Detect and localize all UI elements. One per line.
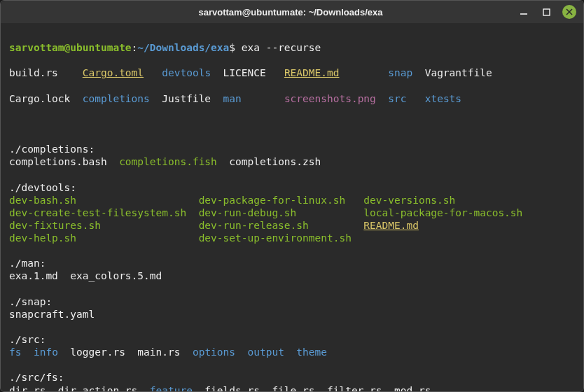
- file-entry: src: [388, 93, 406, 104]
- file-entry: theme: [296, 346, 327, 358]
- file-entry: man: [223, 93, 242, 104]
- file-entry: devtools: [162, 67, 211, 78]
- file-entry: feature: [150, 385, 193, 392]
- file-entry: dev-create-test-filesystem.sh: [9, 207, 199, 218]
- section-header: ./devtools:: [9, 181, 575, 194]
- blank-line: [9, 118, 575, 130]
- listing-row: dir.rs dir_action.rs feature fields.rs f…: [9, 384, 575, 392]
- file-entry: [21, 346, 33, 358]
- section-header: ./snap:: [9, 295, 575, 308]
- section-header: ./man:: [9, 257, 575, 270]
- file-entry: screenshots.png: [284, 93, 376, 104]
- file-entry: completions.zsh: [217, 156, 321, 167]
- file-entry: fields.rs file.rs filter.rs mod.rs: [193, 385, 431, 392]
- prompt-line: sarvottam@ubuntumate:~/Downloads/exa$ ex…: [9, 41, 575, 54]
- file-entry: [376, 93, 388, 104]
- section-header: ./src:: [9, 333, 575, 346]
- file-entry: Justfile: [150, 93, 223, 104]
- file-entry: completions.bash: [9, 156, 119, 167]
- listing-row: Cargo.lock completions Justfile man scre…: [9, 92, 575, 105]
- file-entry: dev-run-debug.sh: [199, 207, 364, 218]
- file-entry: local-package-for-macos.sh: [363, 207, 522, 218]
- file-entry: dev-set-up-environment.sh: [199, 232, 352, 244]
- file-entry: dev-help.sh: [9, 232, 199, 244]
- file-entry: completions: [83, 93, 150, 104]
- prompt-user-host: sarvottam@ubuntumate: [9, 42, 132, 53]
- file-entry: Cargo.toml: [83, 67, 144, 78]
- terminal-body[interactable]: sarvottam@ubuntumate:~/Downloads/exa$ ex…: [1, 23, 583, 391]
- file-entry: dev-fixtures.sh: [9, 220, 199, 231]
- minimize-button[interactable]: [517, 6, 530, 18]
- blank-line: [9, 321, 575, 333]
- file-entry: dev-versions.sh: [363, 195, 455, 206]
- svg-rect-1: [543, 9, 550, 15]
- file-entry: Vagrantfile: [412, 67, 492, 78]
- file-entry: [284, 346, 296, 358]
- file-entry: [407, 93, 425, 104]
- blank-line: [9, 283, 575, 295]
- titlebar: sarvottam@ubuntumate: ~/Downloads/exa: [1, 1, 583, 23]
- file-entry: output: [248, 346, 284, 358]
- listing-row: dev-fixtures.sh dev-run-release.sh READM…: [9, 219, 575, 232]
- file-entry: completions.fish: [119, 156, 217, 167]
- file-entry: info: [34, 346, 58, 358]
- file-entry: exa.1.md exa_colors.5.md: [9, 270, 162, 281]
- listing-row: fs info logger.rs main.rs options output…: [9, 346, 575, 358]
- file-entry: logger.rs main.rs: [58, 346, 193, 358]
- blank-line: [9, 358, 575, 371]
- file-entry: [144, 67, 162, 78]
- section-header: ./completions:: [9, 143, 575, 155]
- file-entry: LICENCE: [211, 67, 284, 78]
- file-entry: snapcraft.yaml: [9, 309, 95, 320]
- file-entry: dev-package-for-linux.sh: [199, 195, 364, 206]
- file-entry: README.md: [284, 67, 340, 78]
- listing-row: build.rs Cargo.toml devtools LICENCE REA…: [9, 66, 575, 79]
- listing-row: dev-bash.sh dev-package-for-linux.sh dev…: [9, 194, 575, 206]
- blank-line: [9, 168, 575, 181]
- window-title: sarvottam@ubuntumate: ~/Downloads/exa: [64, 7, 517, 18]
- file-entry: README.md: [363, 220, 419, 231]
- file-entry: options: [193, 346, 235, 358]
- file-entry: dir.rs dir_action.rs: [9, 385, 150, 392]
- file-entry: dev-bash.sh: [9, 195, 199, 206]
- file-entry: xtests: [425, 93, 461, 104]
- file-entry: [309, 220, 364, 231]
- file-entry: [339, 67, 388, 78]
- file-entry: [242, 93, 284, 104]
- command-text: exa --recurse: [242, 42, 321, 53]
- file-entry: build.rs: [9, 67, 83, 78]
- listing-row: dev-help.sh dev-set-up-environment.sh: [9, 232, 575, 244]
- listing-row: completions.bash completions.fish comple…: [9, 155, 575, 168]
- prompt-path: ~/Downloads/exa: [137, 42, 229, 53]
- maximize-button[interactable]: [540, 6, 552, 18]
- listing-row: exa.1.md exa_colors.5.md: [9, 270, 575, 282]
- file-entry: [235, 346, 247, 358]
- file-entry: dev-run-release.sh: [199, 220, 309, 231]
- file-entry: Cargo.lock: [9, 93, 83, 104]
- file-entry: fs: [9, 346, 21, 358]
- prompt-dollar: $: [229, 42, 241, 53]
- section-header: ./src/fs:: [9, 371, 575, 384]
- close-button[interactable]: [562, 5, 576, 19]
- listing-row: snapcraft.yaml: [9, 308, 575, 321]
- listing-row: dev-create-test-filesystem.sh dev-run-de…: [9, 206, 575, 219]
- window-controls: [517, 5, 576, 19]
- blank-line: [9, 244, 575, 257]
- file-entry: snap: [388, 67, 412, 78]
